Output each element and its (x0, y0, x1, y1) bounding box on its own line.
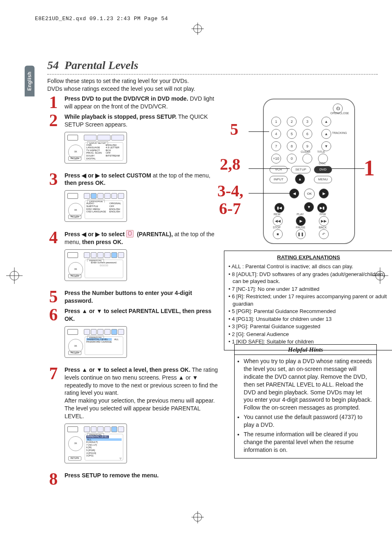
hint-item: You cannot use the default password (473… (244, 413, 372, 429)
rating-item: • 3 [PG]: Parental Guidance suggested (228, 323, 389, 330)
stop-label: STOP (273, 226, 281, 229)
print-header: E8E21UD_EN2.qxd 09.1.23 2:43 PM Page 54 (35, 16, 168, 22)
hint-item: When you try to play a DVD whose rating … (244, 357, 372, 412)
rating-item: • 4 [PG13]: Unsuitable for children unde… (228, 315, 389, 323)
num-1-button[interactable]: 1 (271, 117, 281, 127)
step-6: 6 Press ▲ or ▼ to select PARENTAL LEVEL,… (47, 307, 220, 364)
back-label: BACK (319, 226, 327, 229)
rating-item: • 5 [PGR]: Parental Guidance Recommended (228, 308, 389, 315)
next-button[interactable]: ▶▮ (317, 203, 327, 213)
input-button[interactable]: INPUT (270, 176, 288, 183)
screen-parental-level-list: RETURN PARENTAL PARENTAL LEVEL ALL 8 [AD… (65, 424, 127, 463)
rating-item: • 2 [G]: General Audience (228, 331, 389, 338)
setup-button[interactable]: SETUP (291, 166, 311, 173)
remote-outline: ⏻ 1 2 3 4 5 6 7 8 9 +10 0 ▲ OPEN/CLOSE ▲… (263, 99, 355, 244)
step-1-bold: Press DVD to put the DVD/VCR in DVD mode… (65, 95, 188, 102)
step-number: 7 (47, 366, 60, 469)
num-7-button[interactable]: 7 (271, 141, 281, 151)
step-4: 4 Press ◀ or ▶ to select (PARENTAL), at … (47, 230, 220, 287)
callout-1: 1 (364, 157, 375, 179)
steps-column: 1 Press DVD to put the DVD/VCR in DVD mo… (47, 92, 220, 487)
plus10-button[interactable]: +10 (271, 154, 281, 164)
disc-label: DISC (319, 162, 326, 165)
step-number: 3 (47, 172, 60, 228)
language-tab: English (25, 66, 35, 97)
back-button[interactable]: ↶ (319, 229, 329, 239)
rating-item: • 6 [R]: Restricted; under 17 requires a… (228, 293, 389, 307)
tracking-down-button[interactable]: ▼ (321, 141, 331, 151)
ratings-title: RATING EXPLANATIONS (228, 254, 389, 260)
hint-item: The resume information will be cleared i… (244, 431, 372, 454)
page-title-text: Parental Levels (65, 59, 138, 71)
step-2: 2 While playback is stopped, press SETUP… (47, 113, 220, 169)
hints-box: Helpful Hints When you try to play a DVD… (234, 344, 377, 458)
pause-label: PAUSE (296, 226, 305, 229)
rew-button[interactable]: ◀◀ (273, 216, 283, 226)
page-number: 54 (47, 59, 59, 71)
screen-parental-menu: RETURN PARENTAL PARENTAL LEVELPASSWORD C… (65, 326, 127, 358)
ffw-button[interactable]: ▶▶ (319, 216, 329, 226)
step-7: 7 Press ▲ or ▼ to select a level, then p… (47, 366, 220, 469)
step-3: 3 Press ◀ or ▶ to select CUSTOM at the t… (47, 172, 220, 228)
prev-button[interactable]: ▮◀ (274, 203, 284, 213)
ffw-label: FFW (320, 213, 326, 216)
num-6-button[interactable]: 6 (302, 129, 312, 139)
step-5: 5 Press the Number buttons to enter your… (47, 289, 220, 305)
dpad-down-button[interactable]: ▼ (304, 202, 314, 212)
step-number: 6 (47, 307, 60, 364)
ratings-box: RATING EXPLANATIONS • ALL : Parental Con… (224, 251, 392, 350)
play-label: PLAY (297, 213, 304, 216)
stop-button[interactable]: ■ (273, 229, 283, 239)
step-number: 8 (47, 472, 60, 487)
vcr-button[interactable]: VCR (270, 166, 288, 173)
manual-page: E8E21UD_EN2.qxd 09.1.23 2:43 PM Page 54 … (0, 0, 392, 555)
svg-point-3 (194, 513, 202, 521)
step-number: 4 (47, 230, 60, 287)
screen-language: RETURN LANGUAGE AUDIOSUBTITLEDISC MENUOS… (65, 190, 127, 222)
callout-2-8: 2,8 (220, 156, 240, 173)
rating-item: • ALL : Parental Control is inactive; al… (228, 263, 389, 270)
title-label: TITLE (317, 150, 325, 153)
play-button[interactable]: ▶ (296, 216, 306, 226)
num-9-button[interactable]: 9 (302, 141, 312, 151)
dpad: ◀ ▶ ▼ OK (295, 180, 323, 207)
clear-label: CLEAR (301, 150, 310, 153)
leader-5 (249, 131, 269, 132)
num-4-button[interactable]: 4 (271, 129, 281, 139)
svg-point-0 (194, 25, 202, 33)
blank-button-1[interactable] (302, 154, 312, 164)
page-title: 54 Parental Levels (47, 60, 138, 71)
step-1: 1 Press DVD to put the DVD/VCR in DVD mo… (47, 95, 220, 111)
num-8-button[interactable]: 8 (287, 141, 297, 151)
step-8: 8 Press SETUP to remove the menu. (47, 472, 220, 487)
parental-icon (126, 230, 134, 237)
leader-3-4 (249, 193, 290, 193)
step-number: 5 (47, 289, 60, 305)
open-close-button[interactable]: ▲ (321, 117, 331, 127)
open-close-label: OPEN/CLOSE (330, 112, 349, 115)
num-5-button[interactable]: 5 (287, 129, 297, 139)
callout-6-7: 6-7 (219, 200, 241, 217)
hints-title: Helpful Hints (235, 345, 376, 355)
leader-1 (332, 168, 364, 169)
title-rule (47, 74, 378, 75)
step-number: 2 (47, 113, 60, 169)
ok-button[interactable]: OK (304, 189, 315, 199)
num-2-button[interactable]: 2 (287, 117, 297, 127)
step-2-bold: While playback is stopped, press SETUP. (65, 113, 177, 120)
dvd-button[interactable]: DVD (314, 166, 332, 173)
num-0-button[interactable]: 0 (287, 154, 297, 164)
rew-label: REW (274, 213, 280, 216)
step-number: 1 (47, 95, 60, 111)
svg-point-6 (10, 271, 19, 280)
callout-3-4: 3-4, (217, 183, 254, 199)
dpad-left-button[interactable]: ◀ (289, 189, 299, 198)
screen-quick-setup: RETURN QUICK SETUP OSD LANGUAGETV ASPECT… (65, 132, 127, 164)
dpad-right-button[interactable]: ▶ (319, 189, 329, 198)
intro-text: Follow these steps to set the rating lev… (47, 77, 259, 93)
remote-diagram: ⏻ 1 2 3 4 5 6 7 8 9 +10 0 ▲ OPEN/CLOSE ▲… (224, 99, 388, 251)
num-3-button[interactable]: 3 (302, 117, 312, 127)
tracking-up-button[interactable]: ▲ (321, 129, 331, 139)
pause-button[interactable]: ❚❚ (296, 229, 306, 239)
rating-item: • 7 [NC-17]: No one under 17 admitted (228, 286, 389, 293)
